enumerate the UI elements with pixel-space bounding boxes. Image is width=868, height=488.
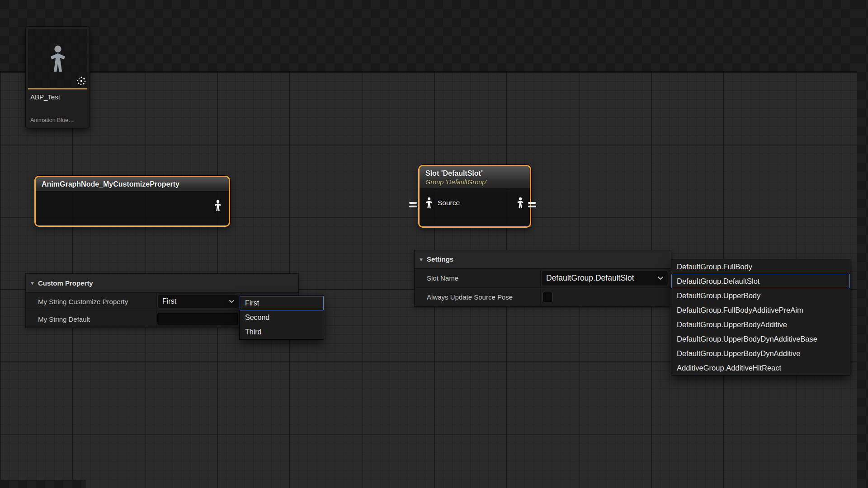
asset-name: ABP_Test	[26, 89, 90, 101]
enum-dropdown-list: First Second Third	[239, 296, 324, 340]
category-title: Settings	[427, 255, 453, 263]
property-row-slot-name: Slot Name DefaultGroup.DefaultSlot	[415, 268, 671, 287]
wire-bar	[409, 206, 417, 207]
slot-name-combo[interactable]: DefaultGroup.DefaultSlot	[541, 271, 668, 286]
dropdown-item[interactable]: DefaultGroup.UpperBodyDynAdditive	[671, 346, 850, 361]
node-title: Slot 'DefaultSlot'	[425, 169, 524, 178]
node-subtitle: Group 'DefaultGroup'	[425, 178, 524, 186]
dropdown-item[interactable]: DefaultGroup.UpperBodyDynAdditiveBase	[671, 332, 850, 346]
dropdown-item-third[interactable]: Third	[240, 325, 324, 339]
pose-wire-stub-left[interactable]	[409, 202, 417, 207]
sparkle-icon	[76, 76, 86, 88]
source-pin-label: Source	[438, 199, 460, 207]
property-value-cell: DefaultGroup.DefaultSlot	[540, 269, 671, 287]
property-value-cell	[540, 288, 671, 306]
property-label: My String Default	[26, 310, 156, 328]
combo-value: First	[158, 297, 176, 305]
node-header[interactable]: AnimGraphNode_MyCustomizeProperty	[36, 177, 229, 192]
dropdown-item[interactable]: AdditiveGroup.AdditiveHitReact	[671, 361, 850, 375]
graph-outer-area-right	[857, 0, 868, 488]
pose-output-pin-icon[interactable]	[516, 197, 525, 209]
wire-bar	[528, 202, 536, 204]
pose-output-pin-icon[interactable]	[213, 200, 222, 211]
node-body	[36, 192, 229, 220]
dropdown-item-selected[interactable]: DefaultGroup.DefaultSlot	[671, 274, 850, 288]
category-header-settings[interactable]: ▾ Settings	[415, 250, 671, 268]
combo-value: DefaultGroup.DefaultSlot	[542, 273, 634, 283]
wire-bar	[409, 202, 417, 204]
my-string-default-input[interactable]	[157, 313, 238, 325]
asset-type-label: Animation Blue…	[26, 117, 90, 128]
animgraph-editor-canvas[interactable]: ABP_Test Animation Blue… AnimGraphNode_M…	[0, 0, 868, 488]
property-row-always-update-source-pose: Always Update Source Pose	[415, 287, 671, 306]
node-slot-defaultslot[interactable]: Slot 'DefaultSlot' Group 'DefaultGroup' …	[418, 165, 531, 228]
asset-thumbnail	[28, 29, 87, 88]
pose-wire-stub-right[interactable]	[528, 202, 536, 207]
dropdown-item-second[interactable]: Second	[240, 310, 324, 325]
node-animgraph-customize-property[interactable]: AnimGraphNode_MyCustomizeProperty	[34, 176, 230, 227]
node-title: AnimGraphNode_MyCustomizeProperty	[42, 180, 223, 188]
slot-name-dropdown-list: DefaultGroup.FullBody DefaultGroup.Defau…	[671, 259, 850, 375]
collapse-arrow-icon[interactable]: ▾	[420, 256, 423, 263]
node-body: Source	[420, 189, 530, 217]
node-header[interactable]: Slot 'DefaultSlot' Group 'DefaultGroup'	[420, 166, 530, 189]
dropdown-item[interactable]: DefaultGroup.FullBodyAdditivePreAim	[671, 303, 850, 317]
property-label: Slot Name	[415, 269, 540, 287]
category-title: Custom Property	[38, 279, 93, 287]
dropdown-item[interactable]: DefaultGroup.UpperBody	[671, 288, 850, 303]
property-label: Always Update Source Pose	[415, 288, 540, 306]
settings-panel: ▾ Settings Slot Name DefaultGroup.Defaul…	[414, 250, 671, 307]
category-header-custom-property[interactable]: ▾ Custom Property	[26, 274, 298, 292]
dropdown-item-first[interactable]: First	[240, 296, 324, 310]
collapse-arrow-icon[interactable]: ▾	[31, 280, 34, 286]
asset-card-abp-test[interactable]: ABP_Test Animation Blue…	[25, 26, 90, 128]
dropdown-item[interactable]: DefaultGroup.UpperBodyAdditive	[671, 317, 850, 332]
dropdown-item[interactable]: DefaultGroup.FullBody	[671, 259, 850, 274]
mannequin-figure	[47, 33, 69, 84]
my-string-customize-combo[interactable]: First	[157, 295, 239, 308]
always-update-source-pose-checkbox[interactable]	[542, 292, 553, 302]
chevron-down-icon	[229, 300, 235, 303]
graph-outer-area-bottom-left	[0, 480, 86, 488]
chevron-down-icon	[657, 276, 664, 280]
pose-input-pin-icon[interactable]	[425, 197, 434, 209]
graph-outer-area-top	[0, 0, 868, 72]
wire-bar	[528, 206, 536, 207]
property-label: My String Customize Property	[26, 293, 156, 310]
